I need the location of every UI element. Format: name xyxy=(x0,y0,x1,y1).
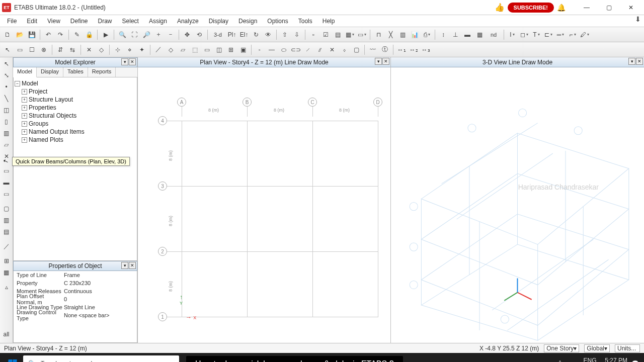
options-icon[interactable]: ▦▾ xyxy=(344,29,355,40)
new-icon[interactable]: 🗋 xyxy=(2,29,13,40)
model-explorer-header[interactable]: Model Explorer ▾ ✕ xyxy=(13,57,137,67)
zoom-rubber-icon[interactable]: 🔍 xyxy=(117,29,128,40)
tree-expand-icon[interactable]: + xyxy=(22,105,27,111)
zoom-in-icon[interactable]: ＋ xyxy=(153,29,164,40)
tree-expand-icon[interactable]: + xyxy=(22,89,27,95)
panel-dropdown-icon[interactable]: ▾ xyxy=(375,58,382,65)
panel-close-icon[interactable]: ✕ xyxy=(382,58,389,65)
menu-draw[interactable]: Draw xyxy=(93,17,117,26)
has-dd-icon[interactable]: ▭▾ xyxy=(356,29,367,40)
three-d-view-header[interactable]: 3-D View Line Draw Mode ▾ ✕ xyxy=(391,57,644,67)
prop-value[interactable]: None <space bar> xyxy=(64,312,137,318)
draw-rect-icon[interactable]: ▥ xyxy=(1,215,12,226)
panel-dropdown-icon[interactable]: ▾ xyxy=(628,58,635,65)
nd-button[interactable]: nd xyxy=(486,29,501,40)
diagram-icon[interactable]: ⊓ xyxy=(373,29,384,40)
like-icon[interactable]: 👍 xyxy=(495,3,505,12)
tray-clock[interactable]: 5:27 PM3/16/2021 xyxy=(601,358,627,362)
sel-solid-icon[interactable]: ▱ xyxy=(177,44,188,55)
tree-layout[interactable]: Structure Layout xyxy=(29,96,73,103)
ruler2-icon[interactable]: ↔₂ xyxy=(408,44,419,55)
deselect-icon[interactable]: ⊗ xyxy=(38,44,49,55)
prop-value[interactable]: 0 xyxy=(64,296,137,302)
system-tray[interactable]: ˄ □ ☁ ENGUS 5:27 PM3/16/2021 💬 xyxy=(558,358,642,362)
snap-end-icon[interactable]: ✦ xyxy=(136,44,147,55)
units-button[interactable]: Units... xyxy=(615,344,640,352)
properties-header[interactable]: Properties of Object ▾ ✕ xyxy=(13,261,137,271)
assign-icon[interactable]: ↕ xyxy=(438,29,449,40)
save-icon[interactable]: 💾 xyxy=(26,29,37,40)
lock-icon[interactable]: 🔒 xyxy=(84,29,95,40)
tree-expand-icon[interactable]: + xyxy=(22,113,27,119)
prev-sel-icon[interactable]: ⇆ xyxy=(67,44,78,55)
tray-chevron-icon[interactable]: ˄ xyxy=(558,360,561,362)
pan-icon[interactable]: ✥ xyxy=(182,29,193,40)
shell-label-icon[interactable]: ⬭ xyxy=(278,44,289,55)
snap-mid-icon[interactable]: ⋄ xyxy=(124,44,135,55)
start-button[interactable] xyxy=(2,353,22,362)
draw-joint-icon[interactable]: • xyxy=(1,81,12,93)
tree-project[interactable]: Project xyxy=(29,88,47,95)
sel-plus-icon[interactable]: ⊞ xyxy=(225,44,236,55)
diamond-icon[interactable]: ⬨ xyxy=(339,44,350,55)
menu-file[interactable]: File xyxy=(2,17,22,26)
open-icon[interactable]: 📂 xyxy=(14,29,25,40)
undo-icon[interactable]: ↶ xyxy=(43,29,54,40)
menu-analyze[interactable]: Analyze xyxy=(172,17,204,26)
zoom-full-icon[interactable]: ⛶ xyxy=(129,29,140,40)
tab-tables[interactable]: Tables xyxy=(63,67,88,77)
plan-view-canvas[interactable]: A B C D 4 3 2 1 xyxy=(138,67,390,343)
frame-label-icon[interactable]: ― xyxy=(266,44,277,55)
tray-notification-icon[interactable]: 💬 xyxy=(631,360,639,362)
moment-icon[interactable]: ▥ xyxy=(397,29,408,40)
menu-design[interactable]: Design xyxy=(233,17,262,26)
prop-value[interactable]: C 230x230 xyxy=(64,280,137,286)
quick-brace-icon[interactable]: ▥ xyxy=(1,128,12,139)
spline-icon[interactable]: 〰 xyxy=(367,44,378,55)
tree-expand-icon[interactable]: + xyxy=(22,97,27,103)
objects-icon[interactable]: ▫ xyxy=(308,29,319,40)
plan-view-header[interactable]: Plan View - Story4 - Z = 12 (m) Line Dra… xyxy=(138,57,390,67)
minimize-button[interactable]: — xyxy=(576,1,598,15)
select-all-icon[interactable]: ☐ xyxy=(26,44,37,55)
tree-collapse-icon[interactable]: − xyxy=(15,81,20,86)
print-icon[interactable]: ⎙▾ xyxy=(421,29,432,40)
tab-display[interactable]: Display xyxy=(37,67,63,77)
properties-grid[interactable]: Type of LineFrame PropertyC 230x230 Mome… xyxy=(13,271,137,343)
sel-group-icon[interactable]: ▭ xyxy=(201,44,212,55)
run-icon[interactable]: ▶ xyxy=(100,29,111,40)
tray-cloud-icon[interactable]: ☁ xyxy=(574,360,580,362)
sel-label-icon[interactable]: ◫ xyxy=(213,44,224,55)
box-icon[interactable]: ◻▾ xyxy=(519,29,530,40)
tree-expand-icon[interactable]: + xyxy=(22,121,27,127)
menu-define[interactable]: Define xyxy=(65,17,93,26)
tab-model[interactable]: Model xyxy=(13,67,37,77)
dim-icon[interactable]: ▦ xyxy=(1,267,12,278)
window-icon[interactable]: ◇ xyxy=(96,44,107,55)
select-tool-icon[interactable]: ↖ xyxy=(1,58,12,69)
prop-value[interactable]: Straight Line xyxy=(64,304,137,310)
menu-assign[interactable]: Assign xyxy=(144,17,172,26)
three-d-button[interactable]: 3-d xyxy=(210,29,225,40)
tray-lang[interactable]: ENGUS xyxy=(584,358,597,362)
panel-dropdown-icon[interactable]: ▾ xyxy=(121,58,128,65)
panel-close-icon[interactable]: ✕ xyxy=(636,58,643,65)
prop-value[interactable]: Continuous xyxy=(64,288,137,294)
joint-label-icon[interactable]: ◦ xyxy=(254,44,265,55)
link-label-icon[interactable]: ⊂⊃ xyxy=(290,44,301,55)
pen-color-icon[interactable]: 🖊▾ xyxy=(579,29,590,40)
section-icon[interactable]: ▦ xyxy=(474,29,485,40)
invert-icon[interactable]: ⇵ xyxy=(55,44,66,55)
ruler1-icon[interactable]: ↔₁ xyxy=(396,44,407,55)
all-icon[interactable]: all xyxy=(1,329,12,340)
perspective-icon[interactable]: 👁 xyxy=(263,29,274,40)
reshape-icon[interactable]: ▭ xyxy=(14,44,25,55)
menu-help[interactable]: Help xyxy=(317,17,340,26)
tee-icon[interactable]: T▾ xyxy=(531,29,542,40)
plan-icon[interactable]: Pl↑ xyxy=(226,29,237,40)
menu-view[interactable]: View xyxy=(42,17,65,26)
sel-window-icon[interactable]: ▣ xyxy=(237,44,249,55)
draw-wall2-icon[interactable]: ▬ xyxy=(1,177,12,188)
tree-expand-icon[interactable]: + xyxy=(22,137,27,143)
shear-wall-icon[interactable]: ✕ xyxy=(1,151,12,162)
